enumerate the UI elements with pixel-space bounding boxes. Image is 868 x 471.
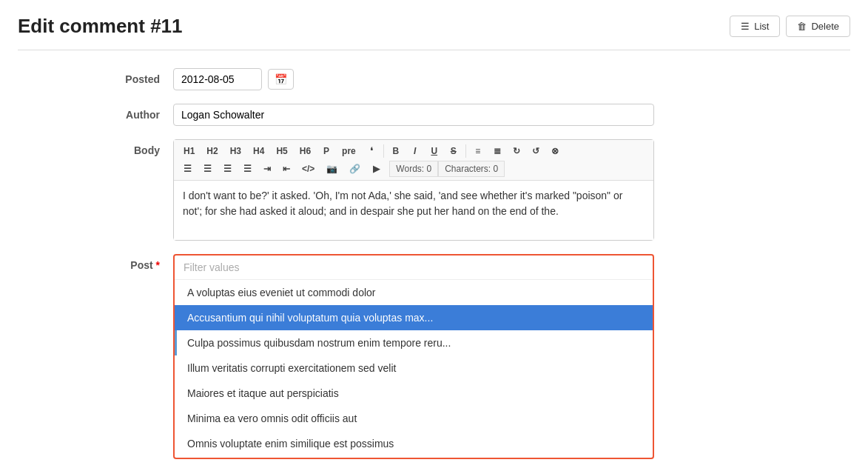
rte-h6[interactable]: H6 bbox=[295, 143, 316, 159]
dropdown-item[interactable]: Minima ea vero omnis odit officiis aut bbox=[175, 406, 653, 431]
post-row: Post A voluptas eius eveniet ut commodi … bbox=[92, 254, 850, 459]
filter-input[interactable] bbox=[175, 255, 653, 280]
rte-h1[interactable]: H1 bbox=[178, 143, 200, 159]
list-button[interactable]: ☰ List bbox=[730, 16, 780, 37]
calendar-button[interactable]: 📅 bbox=[268, 69, 294, 90]
form-section: Posted 📅 Author Body H1 bbox=[92, 68, 850, 459]
rte-align-right[interactable]: ☰ bbox=[218, 161, 237, 177]
rte-image[interactable]: 📷 bbox=[321, 161, 343, 177]
author-input[interactable] bbox=[173, 104, 654, 126]
delete-button[interactable]: 🗑 Delete bbox=[786, 16, 850, 37]
rte-indent[interactable]: ⇥ bbox=[258, 161, 276, 177]
dropdown-item[interactable]: Maiores et itaque aut perspiciatis bbox=[175, 381, 653, 406]
body-field: H1 H2 H3 H4 H5 H6 P pre ❛ B I U bbox=[173, 139, 654, 241]
list-label: List bbox=[754, 21, 769, 32]
rte-pre[interactable]: pre bbox=[337, 143, 361, 159]
delete-label: Delete bbox=[811, 21, 839, 32]
rte-align-left[interactable]: ☰ bbox=[178, 161, 197, 177]
words-count: Words: 0 bbox=[389, 161, 438, 177]
rte-ul[interactable]: ≡ bbox=[469, 143, 487, 159]
dropdown-item[interactable]: Omnis voluptate enim similique est possi… bbox=[175, 431, 653, 456]
rte-content[interactable]: I don't want to be?' it asked. 'Oh, I'm … bbox=[174, 181, 653, 240]
author-row: Author bbox=[92, 104, 850, 126]
dropdown-list: A voluptas eius eveniet ut commodi dolor… bbox=[175, 280, 653, 458]
list-icon: ☰ bbox=[741, 21, 750, 32]
toolbar-separator-1 bbox=[383, 144, 384, 158]
toolbar-row-2: ☰ ☰ ☰ ☰ ⇥ ⇤ </> 📷 🔗 ▶ Words: 0 bbox=[178, 161, 649, 177]
rte-undo[interactable]: ↺ bbox=[527, 143, 545, 159]
dropdown-item-active[interactable]: Accusantium qui nihil voluptatum quia vo… bbox=[175, 305, 653, 330]
rte-h3[interactable]: H3 bbox=[225, 143, 246, 159]
rte-wrapper: H1 H2 H3 H4 H5 H6 P pre ❛ B I U bbox=[173, 139, 654, 241]
rte-clear[interactable]: ⊗ bbox=[546, 143, 564, 159]
dropdown-item[interactable]: Perspiciatis adipisci vero qui ipsum iur… bbox=[175, 456, 653, 458]
header-actions: ☰ List 🗑 Delete bbox=[730, 16, 850, 37]
toolbar-row-1: H1 H2 H3 H4 H5 H6 P pre ❛ B I U bbox=[178, 143, 649, 159]
post-field: A voluptas eius eveniet ut commodi dolor… bbox=[173, 254, 654, 459]
rte-h5[interactable]: H5 bbox=[271, 143, 292, 159]
rte-h4[interactable]: H4 bbox=[248, 143, 269, 159]
rte-align-center[interactable]: ☰ bbox=[198, 161, 217, 177]
dropdown-item[interactable]: Illum veritatis corrupti exercitationem … bbox=[175, 355, 653, 381]
rte-italic[interactable]: I bbox=[406, 143, 424, 159]
dropdown-item[interactable]: A voluptas eius eveniet ut commodi dolor bbox=[175, 280, 653, 305]
posted-row: Posted 📅 bbox=[92, 68, 850, 90]
rte-align-justify[interactable]: ☰ bbox=[238, 161, 257, 177]
toolbar-separator-2 bbox=[465, 144, 466, 158]
posted-input[interactable] bbox=[173, 68, 262, 90]
rte-bold[interactable]: B bbox=[387, 143, 405, 159]
rte-toolbar: H1 H2 H3 H4 H5 H6 P pre ❛ B I U bbox=[174, 140, 653, 181]
rte-code[interactable]: </> bbox=[297, 161, 320, 177]
post-dropdown-wrapper: A voluptas eius eveniet ut commodi dolor… bbox=[173, 254, 654, 459]
page-header: Edit comment #11 ☰ List 🗑 Delete bbox=[18, 15, 850, 50]
rte-p[interactable]: P bbox=[317, 143, 335, 159]
rte-video[interactable]: ▶ bbox=[367, 161, 385, 177]
rte-ol[interactable]: ≣ bbox=[488, 143, 506, 159]
body-text: I don't want to be?' it asked. 'Oh, I'm … bbox=[183, 190, 622, 217]
trash-icon: 🗑 bbox=[797, 21, 807, 32]
post-label: Post bbox=[92, 254, 173, 271]
rte-redo[interactable]: ↻ bbox=[508, 143, 525, 159]
rte-blockquote[interactable]: ❛ bbox=[363, 143, 380, 159]
dropdown-item[interactable]: Culpa possimus quibusdam nostrum enim te… bbox=[175, 330, 653, 355]
page-wrapper: Edit comment #11 ☰ List 🗑 Delete Posted … bbox=[0, 0, 868, 471]
body-row: Body H1 H2 H3 H4 H5 H6 P pre bbox=[92, 139, 850, 241]
rte-underline[interactable]: U bbox=[425, 143, 443, 159]
words-chars: Words: 0 Characters: 0 bbox=[389, 161, 505, 177]
author-label: Author bbox=[92, 104, 173, 121]
rte-link[interactable]: 🔗 bbox=[344, 161, 366, 177]
chars-count: Characters: 0 bbox=[438, 161, 505, 177]
page-title: Edit comment #11 bbox=[18, 15, 183, 38]
rte-strikethrough[interactable]: S bbox=[445, 143, 462, 159]
posted-label: Posted bbox=[92, 68, 173, 85]
rte-h2[interactable]: H2 bbox=[201, 143, 223, 159]
author-field bbox=[173, 104, 654, 126]
rte-outdent[interactable]: ⇤ bbox=[277, 161, 295, 177]
posted-field: 📅 bbox=[173, 68, 654, 90]
body-label: Body bbox=[92, 139, 173, 156]
